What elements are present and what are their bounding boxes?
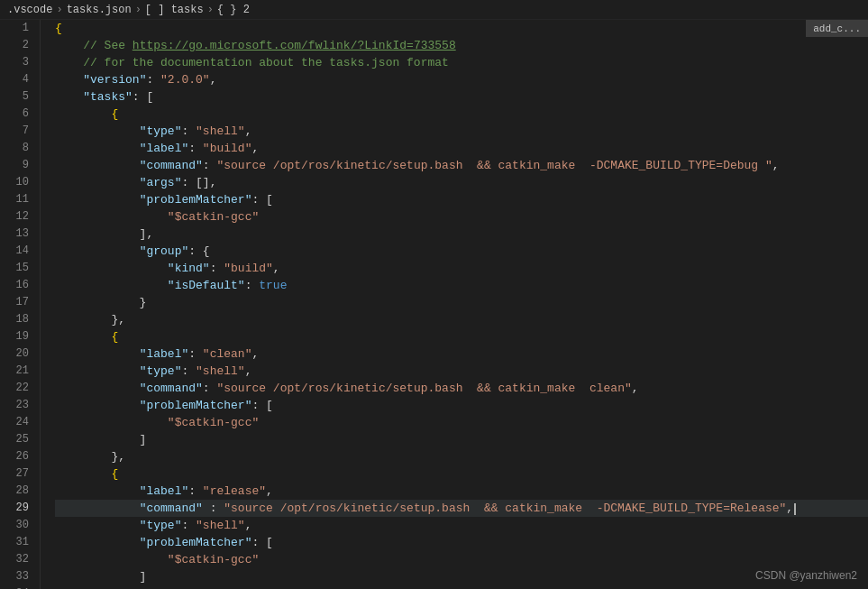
line-number: 28: [0, 483, 29, 500]
token: ,: [251, 142, 259, 155]
token: :: [188, 347, 203, 361]
token: https://go.microsoft.com/fwlink/?LinkId=…: [132, 39, 456, 52]
token: : [: [251, 193, 272, 207]
token: [55, 519, 140, 532]
line-number: 2: [0, 37, 29, 54]
token: "problemMatcher": [140, 399, 252, 412]
line-number: 14: [0, 243, 29, 260]
line-number: 27: [0, 465, 29, 483]
token: [55, 73, 83, 87]
code-line: "problemMatcher": [: [55, 397, 868, 414]
code-line: "version": "2.0.0",: [55, 71, 868, 88]
code-line: // See https://go.microsoft.com/fwlink/?…: [55, 37, 868, 54]
token: "isDefault": [168, 279, 245, 292]
line-numbers: 1234567891011121314151617181920212223242…: [0, 20, 41, 589]
token: "args": [140, 176, 182, 189]
code-line: "command" : "source /opt/ros/kinetic/set…: [55, 500, 868, 517]
token: ]: [55, 433, 146, 446]
line-number: 5: [0, 88, 29, 106]
code-line: "type": "shell",: [55, 363, 868, 380]
token: :: [203, 159, 217, 172]
line-number: 12: [0, 208, 29, 225]
line-number: 6: [0, 106, 29, 123]
token: [55, 347, 140, 361]
token: "shell": [196, 364, 245, 378]
breadcrumb-vscode[interactable]: .vscode: [7, 4, 52, 16]
line-number: 16: [0, 277, 29, 294]
token: : [],: [181, 176, 224, 189]
line-number: 10: [0, 174, 29, 191]
token: :: [245, 279, 260, 292]
token: "$catkin-gcc": [168, 416, 259, 429]
token: [55, 176, 140, 189]
breadcrumb-tasks-item[interactable]: { } 2: [217, 4, 250, 16]
code-line: ]: [55, 568, 868, 585]
code-line: "type": "shell",: [55, 123, 868, 140]
token: :: [188, 142, 203, 155]
line-number: 3: [0, 54, 29, 71]
token: [55, 142, 140, 155]
token: ,: [210, 73, 217, 87]
token: "label": [140, 484, 189, 498]
line-number: 7: [0, 123, 29, 140]
token: "tasks": [83, 90, 132, 104]
editor-area: 1234567891011121314151617181920212223242…: [0, 20, 868, 589]
token: "shell": [196, 519, 245, 532]
token: "2.0.0": [160, 73, 210, 87]
token: "$catkin-gcc": [168, 210, 259, 224]
line-number: 24: [0, 414, 29, 431]
token: "label": [140, 347, 189, 361]
code-line: },: [55, 311, 868, 328]
watermark: CSDN @yanzhiwen2: [755, 569, 857, 582]
breadcrumb-bar: .vscode › tasks.json › [ ] tasks › { } 2: [0, 0, 868, 20]
token: [55, 416, 168, 429]
token: : [: [132, 90, 153, 104]
token: "build": [203, 142, 252, 155]
code-line: }: [55, 294, 868, 311]
code-content[interactable]: add_c... { // See https://go.microsoft.c…: [41, 20, 868, 589]
token: [55, 382, 140, 395]
token: :: [181, 124, 196, 138]
breadcrumb-tasks-json[interactable]: tasks.json: [67, 4, 132, 16]
line-number: 18: [0, 311, 29, 328]
line-number: 32: [0, 551, 29, 568]
line-number: 25: [0, 431, 29, 448]
token: [55, 536, 140, 549]
line-number: 26: [0, 448, 29, 465]
code-line: "label": "build",: [55, 140, 868, 157]
code-line: {: [55, 20, 868, 37]
token: "command": [140, 502, 203, 515]
token: ,: [245, 124, 252, 138]
token: ]: [55, 570, 146, 584]
token: :: [188, 484, 203, 498]
token: "label": [140, 142, 189, 155]
token: [55, 484, 140, 498]
code-line: "$catkin-gcc": [55, 414, 868, 431]
token: ,: [772, 159, 780, 172]
line-number: 13: [0, 225, 29, 243]
token: ,: [266, 484, 273, 498]
token: "problemMatcher": [140, 193, 252, 207]
token: : [: [251, 399, 272, 412]
token: :: [181, 519, 196, 532]
token: [55, 399, 140, 412]
token: [55, 210, 168, 224]
token: },: [55, 313, 125, 327]
code-line: {: [55, 465, 868, 483]
breadcrumb-tasks-array[interactable]: [ ] tasks: [145, 4, 204, 16]
token: :: [210, 262, 224, 275]
line-number: 34: [0, 585, 29, 589]
code-line: "problemMatcher": [: [55, 534, 868, 551]
token: "$catkin-gcc": [168, 553, 259, 566]
token: [55, 262, 168, 275]
token: {: [55, 467, 118, 481]
line-number: 22: [0, 380, 29, 397]
token: // See: [55, 39, 132, 52]
code-line: "$catkin-gcc": [55, 208, 868, 225]
token: "group": [140, 244, 189, 258]
add-task-button[interactable]: add_c...: [806, 20, 868, 37]
token: : [: [251, 536, 272, 549]
line-number: 1: [0, 20, 29, 37]
token: :: [203, 382, 217, 395]
text-cursor: [794, 503, 796, 515]
